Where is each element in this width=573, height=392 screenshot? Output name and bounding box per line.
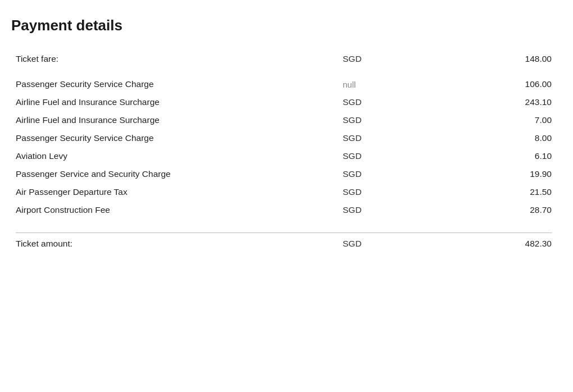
charge-currency: SGD	[338, 183, 420, 201]
ticket-fare-amount: 148.00	[420, 50, 557, 75]
charge-row: Aviation LevySGD6.10	[11, 147, 556, 165]
charge-amount: 243.10	[420, 93, 557, 111]
spacer-row	[11, 219, 556, 233]
charge-row: Passenger Security Service Chargenull106…	[11, 75, 556, 93]
ticket-total-row: Ticket amount:SGD482.30	[11, 233, 556, 253]
ticket-fare-currency: SGD	[338, 50, 420, 75]
charge-label: Aviation Levy	[11, 147, 338, 165]
charge-label: Airport Construction Fee	[11, 201, 338, 219]
charge-currency: SGD	[338, 147, 420, 165]
charge-currency: null	[338, 75, 420, 93]
ticket-fare-label: Ticket fare:	[11, 50, 338, 75]
charge-row: Airline Fuel and Insurance SurchargeSGD7…	[11, 111, 556, 129]
charge-row: Airport Construction FeeSGD28.70	[11, 201, 556, 219]
charge-label: Passenger Security Service Charge	[11, 75, 338, 93]
charge-label: Air Passenger Departure Tax	[11, 183, 338, 201]
page-title: Payment details	[11, 17, 556, 34]
charge-currency: SGD	[338, 93, 420, 111]
charge-amount: 28.70	[420, 201, 557, 219]
charge-amount: 8.00	[420, 129, 557, 147]
charge-amount: 7.00	[420, 111, 557, 129]
charge-currency: SGD	[338, 165, 420, 183]
charge-amount: 21.50	[420, 183, 557, 201]
charge-label: Airline Fuel and Insurance Surcharge	[11, 111, 338, 129]
charge-amount: 19.90	[420, 165, 557, 183]
ticket-total-label: Ticket amount:	[11, 233, 338, 253]
charge-currency: SGD	[338, 111, 420, 129]
charge-row: Passenger Service and Security ChargeSGD…	[11, 165, 556, 183]
charge-amount: 6.10	[420, 147, 557, 165]
charge-row: Airline Fuel and Insurance SurchargeSGD2…	[11, 93, 556, 111]
charge-currency: SGD	[338, 201, 420, 219]
charge-label: Airline Fuel and Insurance Surcharge	[11, 93, 338, 111]
ticket-fare-row: Ticket fare: SGD 148.00	[11, 50, 556, 75]
charge-row: Air Passenger Departure TaxSGD21.50	[11, 183, 556, 201]
charge-label: Passenger Service and Security Charge	[11, 165, 338, 183]
charge-amount: 106.00	[420, 75, 557, 93]
payment-table: Ticket fare: SGD 148.00 Passenger Securi…	[11, 50, 556, 253]
ticket-total-amount: 482.30	[420, 233, 557, 253]
charge-row: Passenger Security Service ChargeSGD8.00	[11, 129, 556, 147]
charge-currency: SGD	[338, 129, 420, 147]
ticket-total-currency: SGD	[338, 233, 420, 253]
charge-label: Passenger Security Service Charge	[11, 129, 338, 147]
